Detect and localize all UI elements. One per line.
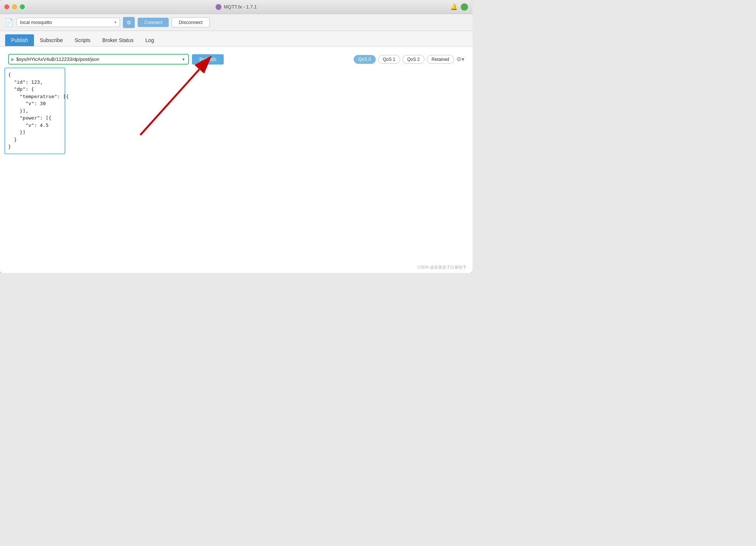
- publish-button[interactable]: Publish: [192, 54, 224, 65]
- maximize-button[interactable]: [20, 4, 25, 9]
- main-content: ▶ ▾ Publish QoS 0 QoS 1 QoS 2 Retained ⚙…: [0, 46, 472, 273]
- tabbar: Publish Subscribe Scripts Broker Status …: [0, 31, 472, 46]
- titlebar-buttons: [4, 4, 25, 9]
- speaker-icon: 🔔: [450, 3, 458, 10]
- broker-name: local mosquitto: [20, 20, 113, 25]
- title-label: MQTT.fx - 1.7.1: [216, 4, 257, 10]
- topic-arrow: ▶: [11, 56, 15, 62]
- qos1-button[interactable]: QoS 1: [378, 55, 400, 64]
- file-icon: 📄: [4, 18, 14, 27]
- mqtt-icon: [216, 4, 221, 10]
- svg-line-1: [140, 69, 199, 135]
- topic-dropdown-button[interactable]: ▾: [181, 57, 186, 62]
- tab-publish[interactable]: Publish: [5, 34, 34, 46]
- topic-input[interactable]: [16, 56, 179, 62]
- qos2-button[interactable]: QoS 2: [402, 55, 425, 64]
- annotation-arrow: [0, 46, 472, 273]
- toolbar: 📄 local mosquitto ▾ ⚙ Connect Disconnect: [0, 14, 472, 31]
- user-avatar: [461, 3, 468, 11]
- broker-dropdown-arrow: ▾: [114, 20, 117, 25]
- retained-button[interactable]: Retained: [427, 55, 454, 64]
- window-title: MQTT.fx - 1.7.1: [224, 4, 257, 10]
- titlebar-right: 🔔: [450, 3, 468, 11]
- broker-select[interactable]: local mosquitto ▾: [17, 18, 120, 27]
- footer-watermark: CSDN @韭菜盒子白菜饺子: [417, 265, 467, 270]
- tab-log[interactable]: Log: [140, 34, 160, 46]
- qos0-button[interactable]: QoS 0: [354, 55, 376, 64]
- disconnect-button[interactable]: Disconnect: [172, 17, 209, 27]
- extra-settings-button[interactable]: ⚙▾: [456, 56, 464, 63]
- close-button[interactable]: [4, 4, 9, 9]
- app-window: MQTT.fx - 1.7.1 🔔 📄 local mosquitto ▾ ⚙ …: [0, 0, 472, 273]
- right-controls: QoS 0 QoS 1 QoS 2 Retained ⚙▾: [354, 55, 464, 64]
- tab-scripts[interactable]: Scripts: [69, 34, 96, 46]
- connect-button[interactable]: Connect: [138, 18, 169, 27]
- publish-row: ▶ ▾ Publish QoS 0 QoS 1 QoS 2 Retained ⚙…: [4, 51, 468, 68]
- settings-button[interactable]: ⚙: [123, 17, 135, 28]
- titlebar: MQTT.fx - 1.7.1 🔔: [0, 0, 472, 14]
- tab-subscribe[interactable]: Subscribe: [34, 34, 69, 46]
- message-editor[interactable]: { "id": 123, "dp": { "temperatrue": [{ "…: [4, 68, 65, 154]
- tab-broker-status[interactable]: Broker Status: [96, 34, 140, 46]
- topic-wrapper: ▶ ▾: [8, 54, 189, 65]
- minimize-button[interactable]: [12, 4, 17, 9]
